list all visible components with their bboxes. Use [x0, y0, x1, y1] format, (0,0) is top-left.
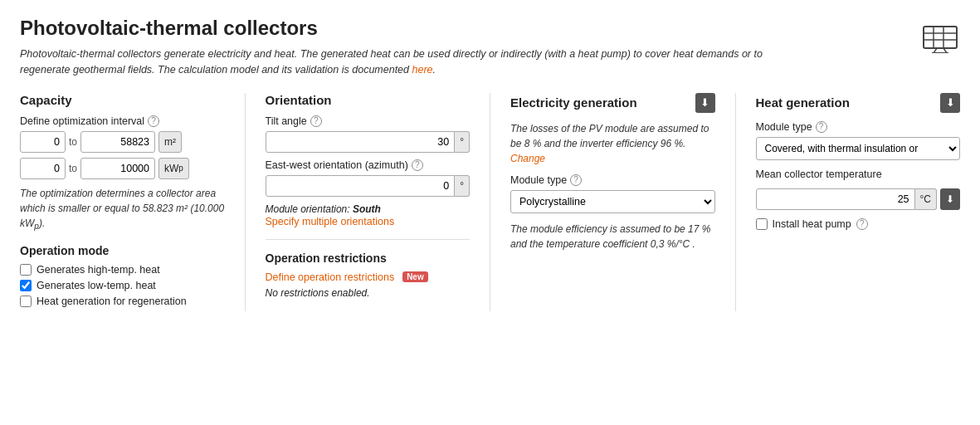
low-temp-row: Generates low-temp. heat [20, 280, 225, 291]
elec-module-type-label: Module type [510, 174, 567, 186]
heat-download-button[interactable]: ⬇ [940, 93, 960, 113]
tilt-label-row: Tilt angle ? [266, 115, 470, 127]
power-range-row: to kWp [20, 158, 225, 179]
regeneration-label: Heat generation for regeneration [37, 296, 187, 307]
azimuth-input-row: ° [266, 175, 470, 197]
temp-unit: °C [915, 188, 937, 210]
restrictions-status: No restrictions enabled. [266, 287, 470, 299]
tilt-label: Tilt angle [266, 115, 307, 127]
azimuth-help-icon[interactable]: ? [412, 159, 423, 171]
electricity-title: Electricity generation [510, 95, 637, 110]
heat-module-type-help-icon[interactable]: ? [816, 121, 827, 133]
heat-module-type-select[interactable]: Covered, with thermal insulation or Unco… [756, 137, 961, 160]
optimization-label-row: Define optimization interval ? [20, 115, 225, 127]
tilt-help-icon[interactable]: ? [310, 115, 322, 127]
capacity-column: Capacity Define optimization interval ? … [20, 93, 246, 311]
area-to-input[interactable] [80, 131, 155, 153]
area-unit: m² [158, 131, 182, 153]
low-temp-label: Generates low-temp. heat [37, 280, 156, 291]
optimization-label: Define optimization interval [20, 115, 144, 127]
module-efficiency-note: The module efficiency is assumed to be 1… [510, 222, 715, 252]
heat-module-type-label-row: Module type ? [756, 121, 961, 133]
tilt-degree-unit: ° [455, 131, 470, 153]
operation-mode-title: Operation mode [20, 244, 225, 257]
high-temp-row: Generates high-temp. heat [20, 264, 225, 276]
elec-module-type-label-row: Module type ? [510, 174, 715, 186]
here-link[interactable]: here [412, 64, 433, 76]
page-intro: Photovoltaic-thermal collectors generate… [20, 46, 767, 78]
capacity-note: The optimization determines a collector … [20, 186, 225, 232]
power-to-input[interactable] [80, 158, 155, 179]
new-badge: New [402, 271, 428, 282]
mean-temp-input[interactable] [756, 188, 915, 210]
operation-restrictions-title: Operation restrictions [266, 252, 470, 265]
heat-module-type-label: Module type [756, 121, 812, 133]
install-heat-pump-help-icon[interactable]: ? [856, 218, 868, 230]
page-title: Photovoltaic-thermal collectors [20, 17, 767, 40]
temp-export-button[interactable]: ⬇ [940, 188, 960, 210]
area-range-row: to m² [20, 131, 225, 153]
power-from-input[interactable] [20, 158, 66, 179]
high-temp-label: Generates high-temp. heat [37, 264, 160, 276]
electricity-download-button[interactable]: ⬇ [695, 93, 715, 113]
elec-module-type-select[interactable]: Polycrystalline Monocrystalline Thin-fil… [510, 190, 715, 213]
specify-orientations-link[interactable]: Specify multiple orientations [266, 216, 395, 227]
power-unit: kWp [158, 158, 189, 179]
electricity-column: Electricity generation ⬇ The losses of t… [490, 93, 736, 311]
azimuth-input[interactable] [266, 175, 456, 197]
high-temp-checkbox[interactable] [20, 264, 32, 276]
regeneration-checkbox[interactable] [20, 296, 32, 307]
install-heat-pump-label: Install heat pump [773, 218, 851, 230]
capacity-title: Capacity [20, 93, 72, 107]
heat-title: Heat generation [756, 95, 850, 110]
install-heat-pump-checkbox[interactable] [756, 218, 768, 230]
define-restrictions-link[interactable]: Define operation restrictions [266, 271, 395, 283]
svg-rect-0 [924, 27, 957, 48]
regeneration-row: Heat generation for regeneration [20, 296, 225, 307]
optimization-help-icon[interactable]: ? [148, 115, 159, 127]
solar-panel-icon [920, 20, 960, 60]
low-temp-checkbox[interactable] [20, 280, 32, 291]
power-to-label: to [69, 163, 77, 174]
orientation-column: Orientation Tilt angle ? ° East-west ori… [246, 93, 491, 311]
define-restrictions-row: Define operation restrictions New [266, 271, 470, 283]
mean-temp-label-row: Mean collector temperature [756, 169, 961, 180]
orientation-title: Orientation [266, 93, 332, 107]
tilt-input-row: ° [266, 131, 470, 153]
azimuth-degree-unit: ° [455, 175, 470, 197]
mean-temp-input-row: °C ⬇ [756, 188, 961, 210]
orientation-note: Module orientation: South [266, 203, 470, 215]
azimuth-label: East-west orientation (azimuth) [266, 159, 408, 171]
electricity-note: The losses of the PV module are assumed … [510, 121, 715, 166]
area-from-input[interactable] [20, 131, 66, 153]
area-to-label: to [69, 136, 77, 148]
install-heat-pump-row: Install heat pump ? [756, 218, 961, 230]
change-link[interactable]: Change [510, 153, 545, 164]
mean-temp-label: Mean collector temperature [756, 169, 882, 180]
azimuth-label-row: East-west orientation (azimuth) ? [266, 159, 470, 171]
heat-column: Heat generation ⬇ Module type ? Covered,… [736, 93, 961, 311]
tilt-input[interactable] [266, 131, 456, 153]
elec-module-type-help-icon[interactable]: ? [570, 174, 582, 186]
